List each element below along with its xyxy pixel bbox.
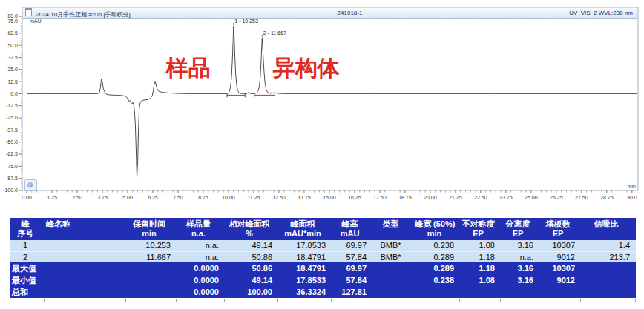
column-divider-tick [413,299,413,302]
svg-text:2 - 11.667: 2 - 11.667 [263,30,286,36]
peak-row-1[interactable]: 110.253n.a.49.1417.853369.97BMB*0.2381.0… [10,240,636,251]
column-divider-tick [372,299,372,302]
summary-cell: 1.18 [460,262,501,274]
column-divider-tick [176,299,177,302]
column-header: 不对称度EP [460,218,501,240]
document-icon [25,8,32,16]
peak-row-2[interactable]: 211.667n.a.50.8618.479157.84BMB*0.2891.1… [10,251,636,262]
summary-cell: 9012 [539,274,581,286]
peak-cell: 0.238 [413,240,460,251]
peak-cell: 18.4791 [278,251,332,262]
column-header: 峰高mAU [332,218,372,240]
svg-text:16.25: 16.25 [348,195,361,200]
svg-text:50.0: 50.0 [7,43,18,48]
column-header: 相对峰面积% [225,218,278,240]
summary-cell: 36.3324 [278,286,332,298]
svg-text:62.5: 62.5 [7,30,18,36]
svg-text:2.50: 2.50 [72,195,82,200]
peak-cell: 2 [10,251,45,262]
table-header-row: 峰序号峰名称保留时间min样品量n.a.相对峰面积%峰面积mAU*min峰高mA… [10,218,636,240]
summary-cell [581,262,636,274]
svg-text:3.75: 3.75 [97,195,108,200]
peak-cell: 9012 [539,251,581,262]
column-divider-tick [125,299,126,302]
origin-icon [27,182,33,187]
chromatography-report: 80.075.062.550.037.525.012.50.0-12.5-25.… [0,0,644,309]
column-divider-tick [459,299,460,302]
peak-cell: 69.97 [332,240,372,251]
summary-cell: 50.86 [225,262,278,274]
peak-cell: 10307 [539,240,581,251]
svg-text:21.25: 21.25 [449,195,462,200]
svg-text:样品: 样品 [165,56,211,80]
summary-cell: 69.97 [332,262,372,274]
column-divider-tick [44,299,45,302]
peak-cell: BMB* [372,251,413,262]
summary-row-total: 总和0.0000100.0036.3324127.81 [10,286,636,298]
svg-text:75.0: 75.0 [7,19,18,24]
summary-cell: 10307 [539,262,581,274]
svg-text:28.75: 28.75 [600,195,614,200]
summary-cell [413,286,460,298]
summary-cell: 1.08 [460,274,501,286]
peak-cell: n.a. [177,240,225,251]
plot-frame [22,7,638,190]
column-header: 塔板数EP [539,218,581,240]
column-header: 峰面积mAU*min [278,218,332,240]
summary-cell: 17.8533 [278,274,332,286]
peak-cell: 1.4 [581,240,636,251]
y-axis-unit: mAU [30,19,42,24]
svg-text:异构体: 异构体 [272,56,341,80]
svg-text:15.00: 15.00 [323,195,336,200]
chart-title-group: 2024.10月手性正相 #206 [手动积分] [23,8,131,19]
svg-text:12.5: 12.5 [7,79,18,84]
summary-row-max: 最大值0.000050.8618.479169.970.2891.183.161… [10,262,636,274]
peak-cell: 213.7 [581,251,636,262]
summary-cell: 3.16 [501,274,539,286]
svg-text:8.75: 8.75 [198,195,208,200]
y-axis: 80.075.062.550.037.525.012.50.0-12.5-25.… [3,13,22,193]
summary-cell [126,286,177,298]
peak-cell: 10.253 [126,240,177,251]
chromatogram-panel: 80.075.062.550.037.525.012.50.0-12.5-25.… [0,0,644,203]
svg-text:0.0: 0.0 [10,91,18,96]
column-divider-tick [331,299,332,302]
peak-cell: 1 [10,240,45,251]
chromatogram-plot[interactable]: 80.075.062.550.037.525.012.50.0-12.5-25.… [0,0,644,203]
summary-cell [372,274,413,286]
svg-text:-25.0: -25.0 [6,115,18,120]
peak-cell: n.a. [501,251,539,262]
svg-text:17.50: 17.50 [373,195,387,200]
column-header: 峰宽 (50%)min [413,218,460,240]
column-header: 峰名称 [45,218,126,240]
svg-text:25.0: 25.0 [7,67,18,72]
svg-text:-75.0: -75.0 [6,164,18,169]
peak-cell: 3.16 [501,240,539,251]
svg-text:26.25: 26.25 [550,195,563,200]
svg-text:7.50: 7.50 [173,195,183,200]
summary-cell [45,274,126,286]
summary-cell: 3.16 [501,262,539,274]
svg-text:10.00: 10.00 [222,195,235,200]
column-header: 信噪比 [581,218,636,240]
svg-text:11.25: 11.25 [247,195,260,200]
summary-cell [372,286,413,298]
svg-text:30.0: 30.0 [627,195,637,200]
svg-text:6.25: 6.25 [148,195,158,200]
peak-cell: 49.14 [225,240,278,251]
summary-cell: 总和 [10,286,45,298]
summary-cell: 49.14 [225,274,278,286]
svg-text:13.75: 13.75 [298,195,311,200]
summary-cell [460,286,501,298]
x-axis: 0.001.252.503.755.006.257.508.7510.0011.… [22,190,637,200]
svg-text:1 - 10.253: 1 - 10.253 [234,19,258,24]
summary-cell: 18.4791 [278,262,332,274]
summary-cell: 最大值 [10,262,45,274]
svg-text:37.5: 37.5 [7,55,18,60]
peak-cell: 17.8533 [278,240,332,251]
peak-cell: 11.667 [126,251,177,262]
summary-cell: 0.0000 [177,274,225,286]
plot-corner-button[interactable] [24,179,37,191]
summary-cell: 0.0000 [177,286,225,298]
peak-cell [45,240,126,251]
